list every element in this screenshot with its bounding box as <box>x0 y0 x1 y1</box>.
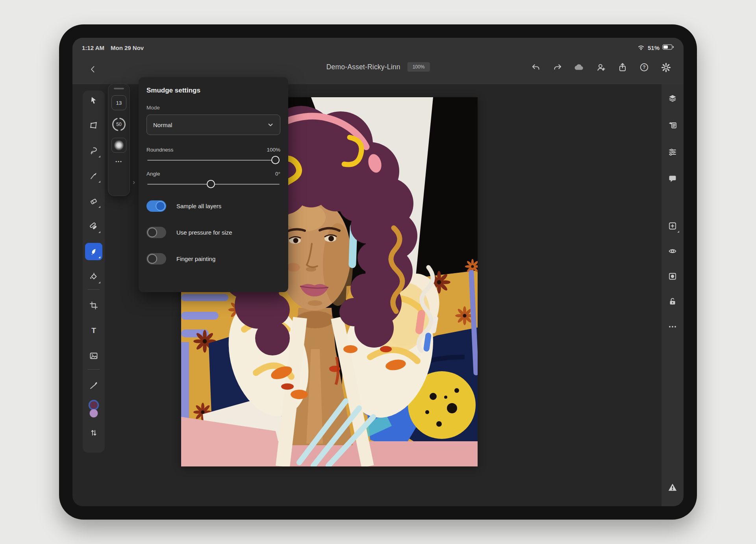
invite-person-icon <box>596 62 606 72</box>
finger-painting-toggle[interactable] <box>146 253 166 265</box>
settings-gear-icon <box>661 62 671 73</box>
layers-panel-button[interactable] <box>664 90 681 107</box>
chevron-down-icon <box>267 122 274 128</box>
layer-mask-button[interactable] <box>664 268 681 285</box>
strip-collapse-icon[interactable]: › <box>133 178 135 186</box>
ipad-device: 1:12 AM Mon 29 Nov 51% Demo-Asset-Ricky-… <box>59 24 697 520</box>
tool-eraser[interactable] <box>85 192 102 210</box>
use-pressure-toggle[interactable] <box>146 227 166 238</box>
warning-button[interactable] <box>664 479 681 496</box>
angle-label: Angle <box>146 171 160 177</box>
layer-properties-icon <box>668 120 677 130</box>
toolbar-options-toggle[interactable] <box>85 424 102 441</box>
tool-flyout-mark <box>98 206 100 208</box>
add-layer-button[interactable] <box>664 217 681 235</box>
heal-tool-icon <box>89 222 98 231</box>
invite-person-button[interactable] <box>594 61 608 74</box>
brush-size-value: 13 <box>116 100 122 106</box>
layer-visibility-button[interactable] <box>664 242 681 260</box>
more-options-button[interactable]: ••• <box>115 159 122 164</box>
eraser-tool-icon <box>89 196 98 206</box>
back-button[interactable] <box>86 62 100 76</box>
tool-crop[interactable] <box>85 297 102 314</box>
redo-button[interactable] <box>551 61 564 74</box>
left-toolbar: T <box>83 91 105 453</box>
comments-button[interactable] <box>664 170 681 187</box>
roundness-value: 100% <box>267 147 280 153</box>
tool-options-strip: 13 50 ••• › <box>108 83 130 196</box>
layer-properties-button[interactable] <box>664 117 681 134</box>
mode-value: Normal <box>153 122 172 128</box>
lasso-tool-icon <box>89 146 98 155</box>
tool-brush[interactable] <box>85 167 102 185</box>
unlock-icon <box>668 297 677 306</box>
tool-lasso[interactable] <box>85 142 102 159</box>
tool-type[interactable]: T <box>85 322 102 339</box>
wifi-icon <box>637 44 645 52</box>
battery-percent: 51% <box>648 44 660 51</box>
color-swatch-icons <box>87 398 100 420</box>
warning-icon <box>667 482 678 492</box>
brush-tip-preview-icon <box>114 140 124 151</box>
chevron-left-icon <box>89 65 97 74</box>
layer-lock-button[interactable] <box>664 293 681 310</box>
angle-value: 0° <box>275 171 280 177</box>
panel-title: Smudge settings <box>146 87 280 94</box>
crop-tool-icon <box>89 301 98 310</box>
appbar-actions: ? <box>529 61 673 74</box>
tool-move[interactable] <box>85 92 102 109</box>
mode-dropdown[interactable]: Normal <box>146 115 280 135</box>
right-sidebar <box>662 84 684 506</box>
sample-all-layers-label: Sample all layers <box>176 203 221 209</box>
tool-smudge[interactable] <box>85 243 102 260</box>
comment-icon <box>668 174 677 183</box>
sidebar-layer-actions-group <box>664 217 681 335</box>
more-dots-icon <box>668 322 677 331</box>
document-title: Demo-Asset-Ricky-Linn <box>326 63 400 71</box>
type-glyph: T <box>91 326 96 335</box>
tool-eyedropper[interactable] <box>85 377 102 394</box>
mask-icon <box>668 272 677 281</box>
help-button[interactable]: ? <box>637 61 651 74</box>
adjustments-button[interactable] <box>664 143 681 161</box>
tool-flyout-mark <box>98 256 100 258</box>
toggle-knob <box>156 201 165 211</box>
mode-label: Mode <box>146 105 280 111</box>
undo-icon <box>531 62 541 72</box>
angle-slider[interactable] <box>146 179 280 189</box>
share-button[interactable] <box>616 61 629 74</box>
roundness-label: Roundness <box>146 147 173 153</box>
cloud-sync-button[interactable] <box>573 61 586 74</box>
tool-heal[interactable] <box>85 218 102 235</box>
sample-all-layers-toggle[interactable] <box>146 200 166 212</box>
flyout-mark <box>677 231 679 233</box>
eyedropper-tool-icon <box>89 381 98 390</box>
tool-flyout-mark <box>98 155 100 157</box>
tool-flyout-mark <box>98 181 100 183</box>
settings-button[interactable] <box>659 61 673 74</box>
tool-place-image[interactable] <box>85 347 102 365</box>
document-title-group: Demo-Asset-Ricky-Linn 100% <box>326 62 430 72</box>
tool-transform[interactable] <box>85 117 102 134</box>
roundness-slider[interactable] <box>146 155 280 165</box>
smudge-tool-icon <box>89 247 98 256</box>
status-bar: 1:12 AM Mon 29 Nov 51% <box>72 41 684 54</box>
fill-tool-icon <box>89 272 98 281</box>
sidebar-panel-group <box>664 90 681 187</box>
undo-button[interactable] <box>529 61 543 74</box>
zoom-level-badge[interactable]: 100% <box>408 62 430 72</box>
tool-fill[interactable] <box>85 268 102 285</box>
strength-dial[interactable]: 50 <box>110 116 128 133</box>
brush-size-control[interactable]: 13 <box>111 95 126 110</box>
move-tool-icon <box>89 96 98 105</box>
color-swatches[interactable] <box>85 397 102 422</box>
drag-handle[interactable] <box>114 88 124 89</box>
toggle-knob <box>147 228 157 237</box>
angle-slider-handle[interactable] <box>207 180 215 188</box>
place-image-tool-icon <box>89 351 98 361</box>
share-icon <box>617 62 628 72</box>
roundness-slider-handle[interactable] <box>271 156 280 164</box>
brush-preview[interactable] <box>111 138 126 153</box>
app-screen: 1:12 AM Mon 29 Nov 51% Demo-Asset-Ricky-… <box>72 38 684 506</box>
layer-more-button[interactable] <box>664 318 681 335</box>
